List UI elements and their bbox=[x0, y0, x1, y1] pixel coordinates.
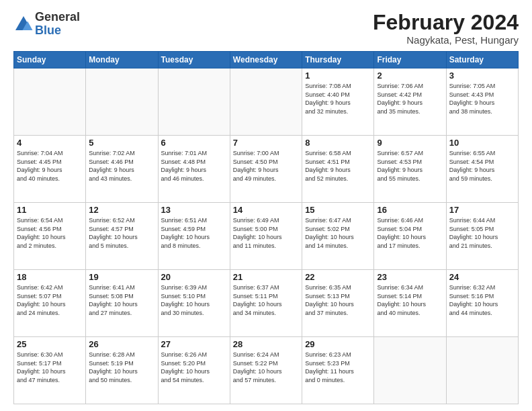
day-number: 21 bbox=[233, 272, 299, 282]
day-info: Sunrise: 7:05 AM Sunset: 4:43 PM Dayligh… bbox=[449, 82, 515, 116]
day-info: Sunrise: 6:47 AM Sunset: 5:02 PM Dayligh… bbox=[305, 216, 371, 250]
day-cell: 19Sunrise: 6:41 AM Sunset: 5:08 PM Dayli… bbox=[86, 270, 158, 337]
day-cell: 4Sunrise: 7:04 AM Sunset: 4:45 PM Daylig… bbox=[14, 136, 86, 203]
day-number: 3 bbox=[449, 71, 515, 81]
day-cell: 9Sunrise: 6:57 AM Sunset: 4:53 PM Daylig… bbox=[374, 136, 446, 203]
day-cell: 6Sunrise: 7:01 AM Sunset: 4:48 PM Daylig… bbox=[158, 136, 230, 203]
day-number: 10 bbox=[449, 138, 515, 148]
day-cell: 7Sunrise: 7:00 AM Sunset: 4:50 PM Daylig… bbox=[230, 136, 302, 203]
day-number: 14 bbox=[233, 205, 299, 215]
day-cell: 15Sunrise: 6:47 AM Sunset: 5:02 PM Dayli… bbox=[302, 203, 374, 270]
column-header-wednesday: Wednesday bbox=[230, 52, 302, 68]
day-info: Sunrise: 6:30 AM Sunset: 5:17 PM Dayligh… bbox=[17, 351, 83, 384]
column-header-saturday: Saturday bbox=[446, 52, 518, 68]
day-cell: 16Sunrise: 6:46 AM Sunset: 5:04 PM Dayli… bbox=[374, 203, 446, 270]
day-number: 22 bbox=[305, 272, 371, 282]
day-number: 28 bbox=[233, 339, 299, 349]
day-info: Sunrise: 6:28 AM Sunset: 5:19 PM Dayligh… bbox=[89, 351, 154, 384]
day-number: 8 bbox=[305, 138, 371, 148]
day-number: 4 bbox=[17, 138, 83, 148]
day-info: Sunrise: 6:39 AM Sunset: 5:10 PM Dayligh… bbox=[161, 283, 227, 317]
column-header-tuesday: Tuesday bbox=[158, 52, 230, 68]
day-info: Sunrise: 6:55 AM Sunset: 4:54 PM Dayligh… bbox=[449, 149, 515, 183]
day-number: 18 bbox=[17, 272, 83, 282]
day-cell: 17Sunrise: 6:44 AM Sunset: 5:05 PM Dayli… bbox=[446, 203, 518, 270]
day-cell: 13Sunrise: 6:51 AM Sunset: 4:59 PM Dayli… bbox=[158, 203, 230, 270]
day-number: 12 bbox=[89, 205, 154, 215]
day-number: 27 bbox=[161, 339, 227, 349]
day-cell bbox=[374, 337, 446, 404]
day-cell bbox=[230, 68, 302, 136]
day-cell: 18Sunrise: 6:42 AM Sunset: 5:07 PM Dayli… bbox=[14, 270, 86, 337]
day-cell: 2Sunrise: 7:06 AM Sunset: 4:42 PM Daylig… bbox=[374, 68, 446, 136]
day-number: 15 bbox=[305, 205, 371, 215]
day-cell bbox=[86, 68, 158, 136]
day-number: 6 bbox=[161, 138, 227, 148]
logo: General Blue bbox=[13, 11, 80, 38]
day-info: Sunrise: 6:41 AM Sunset: 5:08 PM Dayligh… bbox=[89, 283, 154, 317]
day-number: 25 bbox=[17, 339, 83, 349]
day-cell: 28Sunrise: 6:24 AM Sunset: 5:22 PM Dayli… bbox=[230, 337, 302, 404]
logo-icon bbox=[13, 14, 34, 34]
day-info: Sunrise: 6:35 AM Sunset: 5:13 PM Dayligh… bbox=[305, 283, 371, 317]
logo-text: General Blue bbox=[35, 11, 80, 38]
logo-general: General bbox=[35, 11, 80, 24]
day-number: 7 bbox=[233, 138, 299, 148]
day-cell: 21Sunrise: 6:37 AM Sunset: 5:11 PM Dayli… bbox=[230, 270, 302, 337]
day-info: Sunrise: 7:04 AM Sunset: 4:45 PM Dayligh… bbox=[17, 149, 83, 183]
day-info: Sunrise: 6:46 AM Sunset: 5:04 PM Dayligh… bbox=[377, 216, 443, 250]
main-title: February 2024 bbox=[373, 11, 519, 34]
day-info: Sunrise: 6:51 AM Sunset: 4:59 PM Dayligh… bbox=[161, 216, 227, 250]
day-number: 16 bbox=[377, 205, 443, 215]
day-cell: 14Sunrise: 6:49 AM Sunset: 5:00 PM Dayli… bbox=[230, 203, 302, 270]
day-info: Sunrise: 6:57 AM Sunset: 4:53 PM Dayligh… bbox=[377, 149, 443, 183]
day-cell: 29Sunrise: 6:23 AM Sunset: 5:23 PM Dayli… bbox=[302, 337, 374, 404]
day-cell: 27Sunrise: 6:26 AM Sunset: 5:20 PM Dayli… bbox=[158, 337, 230, 404]
day-info: Sunrise: 7:01 AM Sunset: 4:48 PM Dayligh… bbox=[161, 149, 227, 183]
day-number: 24 bbox=[449, 272, 515, 282]
day-info: Sunrise: 6:42 AM Sunset: 5:07 PM Dayligh… bbox=[17, 283, 83, 317]
week-row-2: 4Sunrise: 7:04 AM Sunset: 4:45 PM Daylig… bbox=[14, 136, 519, 203]
day-cell: 11Sunrise: 6:54 AM Sunset: 4:56 PM Dayli… bbox=[14, 203, 86, 270]
title-block: February 2024 Nagykata, Pest, Hungary bbox=[373, 11, 519, 46]
day-cell: 12Sunrise: 6:52 AM Sunset: 4:57 PM Dayli… bbox=[86, 203, 158, 270]
week-row-4: 18Sunrise: 6:42 AM Sunset: 5:07 PM Dayli… bbox=[14, 270, 519, 337]
day-cell: 26Sunrise: 6:28 AM Sunset: 5:19 PM Dayli… bbox=[86, 337, 158, 404]
day-info: Sunrise: 6:49 AM Sunset: 5:00 PM Dayligh… bbox=[233, 216, 299, 250]
day-number: 26 bbox=[89, 339, 154, 349]
day-number: 20 bbox=[161, 272, 227, 282]
week-row-3: 11Sunrise: 6:54 AM Sunset: 4:56 PM Dayli… bbox=[14, 203, 519, 270]
header-row: SundayMondayTuesdayWednesdayThursdayFrid… bbox=[14, 52, 519, 68]
day-info: Sunrise: 6:58 AM Sunset: 4:51 PM Dayligh… bbox=[305, 149, 371, 183]
day-number: 23 bbox=[377, 272, 443, 282]
calendar-table: SundayMondayTuesdayWednesdayThursdayFrid… bbox=[13, 51, 519, 404]
day-cell: 25Sunrise: 6:30 AM Sunset: 5:17 PM Dayli… bbox=[14, 337, 86, 404]
week-row-1: 1Sunrise: 7:08 AM Sunset: 4:40 PM Daylig… bbox=[14, 68, 519, 136]
calendar-header: SundayMondayTuesdayWednesdayThursdayFrid… bbox=[14, 52, 519, 68]
day-info: Sunrise: 6:24 AM Sunset: 5:22 PM Dayligh… bbox=[233, 351, 299, 384]
day-number: 11 bbox=[17, 205, 83, 215]
day-cell: 20Sunrise: 6:39 AM Sunset: 5:10 PM Dayli… bbox=[158, 270, 230, 337]
day-cell: 22Sunrise: 6:35 AM Sunset: 5:13 PM Dayli… bbox=[302, 270, 374, 337]
page: General Blue February 2024 Nagykata, Pes… bbox=[0, 0, 532, 411]
column-header-sunday: Sunday bbox=[14, 52, 86, 68]
day-info: Sunrise: 6:37 AM Sunset: 5:11 PM Dayligh… bbox=[233, 283, 299, 317]
column-header-friday: Friday bbox=[374, 52, 446, 68]
calendar-body: 1Sunrise: 7:08 AM Sunset: 4:40 PM Daylig… bbox=[14, 68, 519, 404]
day-number: 2 bbox=[377, 71, 443, 81]
day-cell: 3Sunrise: 7:05 AM Sunset: 4:43 PM Daylig… bbox=[446, 68, 518, 136]
day-info: Sunrise: 6:44 AM Sunset: 5:05 PM Dayligh… bbox=[449, 216, 515, 250]
day-cell: 24Sunrise: 6:32 AM Sunset: 5:16 PM Dayli… bbox=[446, 270, 518, 337]
day-number: 13 bbox=[161, 205, 227, 215]
day-cell bbox=[446, 337, 518, 404]
day-number: 5 bbox=[89, 138, 154, 148]
day-cell: 10Sunrise: 6:55 AM Sunset: 4:54 PM Dayli… bbox=[446, 136, 518, 203]
day-info: Sunrise: 7:08 AM Sunset: 4:40 PM Dayligh… bbox=[305, 82, 371, 116]
logo-blue: Blue bbox=[35, 24, 80, 38]
day-cell: 5Sunrise: 7:02 AM Sunset: 4:46 PM Daylig… bbox=[86, 136, 158, 203]
day-info: Sunrise: 6:26 AM Sunset: 5:20 PM Dayligh… bbox=[161, 351, 227, 384]
day-number: 1 bbox=[305, 71, 371, 81]
day-cell bbox=[158, 68, 230, 136]
week-row-5: 25Sunrise: 6:30 AM Sunset: 5:17 PM Dayli… bbox=[14, 337, 519, 404]
day-cell: 8Sunrise: 6:58 AM Sunset: 4:51 PM Daylig… bbox=[302, 136, 374, 203]
